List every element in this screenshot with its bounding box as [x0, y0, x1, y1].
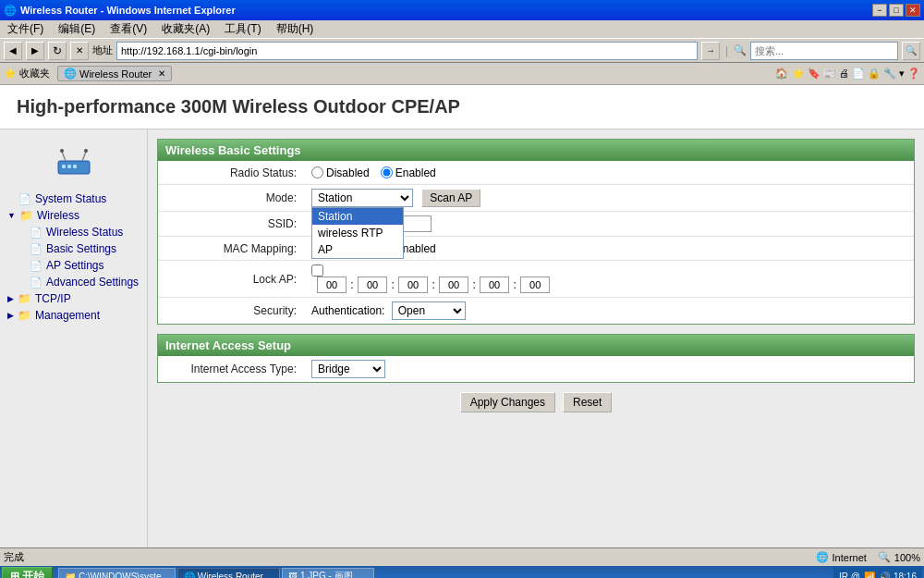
- links-bar: ⭐ 收藏夹 🌐 Wireless Router ✕ 🏠 ⭐ 🔖 📰 🖨 📄 🔒 …: [0, 63, 924, 85]
- internet-icon: 🌐: [816, 551, 829, 563]
- scan-ap-button[interactable]: Scan AP: [421, 189, 480, 207]
- lock-ap-checkbox[interactable]: [311, 264, 323, 277]
- mac-field-1[interactable]: [317, 277, 346, 293]
- ie-tab[interactable]: 🌐 Wireless Router ✕: [57, 66, 172, 81]
- radio-status-label: Radio Status:: [158, 163, 306, 183]
- favorites-link[interactable]: ⭐ 收藏夹: [4, 67, 50, 80]
- menu-view[interactable]: 查看(V): [106, 19, 151, 39]
- apply-changes-button[interactable]: Apply Changes: [460, 392, 555, 412]
- radio-enabled-input[interactable]: [381, 166, 393, 178]
- go-button[interactable]: →: [701, 42, 720, 60]
- taskbar-item-paint[interactable]: 🖼 1.JPG - 画图: [282, 568, 374, 578]
- taskbar-item-ie[interactable]: 🌐 Wireless Router ...: [177, 568, 280, 578]
- radio-enabled-label[interactable]: Enabled: [381, 166, 436, 179]
- ie-tab-close-icon[interactable]: ✕: [158, 68, 165, 79]
- search-input[interactable]: [750, 42, 898, 60]
- radio-disabled-input[interactable]: [311, 166, 323, 178]
- page-icon2: 📄: [30, 227, 43, 239]
- sidebar-item-system-status[interactable]: 📄 System Status: [0, 191, 147, 207]
- back-button[interactable]: ◀: [4, 42, 22, 60]
- address-bar: ◀ ▶ ↻ ✕ 地址 → | 🔍 🔍: [0, 39, 924, 63]
- start-button[interactable]: ⊞ 开始: [2, 567, 53, 578]
- page-title: High-performance 300M Wireless Outdoor C…: [17, 96, 460, 117]
- mac-field-4[interactable]: [439, 277, 468, 293]
- mode-row: Mode: Station wireless RTP AP St: [158, 185, 914, 212]
- radio-disabled-label[interactable]: Disabled: [311, 166, 370, 179]
- folder-icon2: 📁: [18, 292, 31, 305]
- title-bar-text: Wireless Router - Windows Internet Explo…: [20, 5, 236, 16]
- wireless-basic-settings-section: Wireless Basic Settings Radio Status: Di…: [157, 139, 915, 325]
- mac-field-6[interactable]: [520, 277, 550, 293]
- mac-sep-5: :: [513, 278, 516, 291]
- refresh-button[interactable]: ↻: [48, 42, 67, 60]
- main-panel: Wireless Basic Settings Radio Status: Di…: [148, 129, 924, 547]
- title-bar: 🌐 Wireless Router - Windows Internet Exp…: [0, 0, 924, 20]
- security-row: Security: Authentication: Open Shared WP…: [158, 298, 914, 324]
- menu-edit[interactable]: 编辑(E): [55, 19, 99, 39]
- toolbar-right-icons: 🏠 ⭐ 🔖 📰 🖨 📄 🔒 🔧 ▾ ❓: [775, 68, 920, 80]
- ir-label: IR @: [839, 572, 860, 579]
- expand-icon2: ▶: [7, 294, 14, 303]
- search-icon: 🔍: [734, 44, 747, 56]
- search-go-button[interactable]: 🔍: [902, 42, 920, 60]
- forward-button[interactable]: ▶: [26, 42, 44, 60]
- mac-mapping-row: MAC Mapping: Disabled Enabled: [158, 237, 914, 261]
- taskbar-items: 📁 C:\WINDOWS\syste... 🌐 Wireless Router …: [58, 568, 832, 578]
- maximize-button[interactable]: □: [889, 4, 904, 17]
- taskbar-item-windows[interactable]: 📁 C:\WINDOWS\syste...: [58, 568, 176, 578]
- mode-value: Station wireless RTP AP Station wireless…: [306, 185, 914, 211]
- mode-dropdown[interactable]: Station wireless RTP AP: [311, 189, 413, 207]
- sidebar-item-wireless[interactable]: ▼ 📁 Wireless: [0, 207, 147, 224]
- sidebar-item-basic-settings[interactable]: 📄 Basic Settings: [0, 240, 147, 257]
- sidebar-item-tcpip[interactable]: ▶ 📁 TCP/IP: [0, 290, 147, 307]
- auth-dropdown[interactable]: Open Shared WPA-PSK WPA2-PSK: [392, 301, 466, 320]
- mode-label: Mode:: [158, 188, 306, 208]
- menu-help[interactable]: 帮助(H): [273, 19, 318, 39]
- network-icon: 📶: [864, 572, 875, 579]
- svg-line-5: [82, 152, 86, 161]
- mac-field-3[interactable]: [398, 277, 428, 293]
- sidebar-item-ap-settings[interactable]: 📄 AP Settings: [0, 257, 147, 274]
- menu-favorites[interactable]: 收藏夹(A): [158, 19, 213, 39]
- zoom-text: 100%: [894, 552, 920, 563]
- internet-zone-text: Internet: [833, 552, 867, 563]
- mac-field-5[interactable]: [480, 277, 509, 293]
- mode-dropdown-open: Station wireless RTP AP: [311, 207, 404, 259]
- sidebar-item-wireless-status[interactable]: 📄 Wireless Status: [0, 224, 147, 240]
- page-header: High-performance 300M Wireless Outdoor C…: [0, 85, 924, 129]
- radio-status-value: Disabled Enabled: [306, 163, 914, 183]
- mode-dropdown-container: Station wireless RTP AP Station wireless…: [311, 189, 413, 207]
- zoom-icon: 🔍: [878, 551, 891, 563]
- title-bar-icon: 🌐: [4, 5, 17, 17]
- internet-access-type-dropdown[interactable]: Bridge Router: [311, 360, 385, 378]
- page-icon: 📄: [18, 193, 31, 205]
- mac-sep-4: :: [472, 278, 475, 291]
- browser-content: High-performance 300M Wireless Outdoor C…: [0, 85, 924, 547]
- internet-access-type-value: Bridge Router: [306, 356, 914, 382]
- address-label: 地址: [92, 43, 113, 57]
- svg-rect-3: [73, 165, 77, 168]
- stop-button[interactable]: ✕: [70, 42, 89, 60]
- close-button[interactable]: ✕: [906, 4, 920, 17]
- lock-ap-checkbox-label[interactable]: [311, 264, 908, 277]
- address-input[interactable]: [116, 42, 698, 60]
- ie-tab-icon: 🌐: [64, 68, 77, 80]
- reset-button[interactable]: Reset: [563, 392, 612, 412]
- page-icon3: 📄: [30, 243, 43, 255]
- action-buttons-row: Apply Changes Reset: [157, 392, 915, 412]
- mode-option-wireless-rtp-open[interactable]: wireless RTP: [312, 225, 403, 241]
- taskbar-right: IR @ 📶 🔊 18:16: [833, 567, 922, 578]
- sidebar-item-advanced-settings[interactable]: 📄 Advanced Settings: [0, 274, 147, 290]
- sidebar-item-management[interactable]: ▶ 📁 Management: [0, 307, 147, 324]
- ssid-row: SSID:: [158, 212, 914, 237]
- content-layout: 📄 System Status ▼ 📁 Wireless 📄 Wireless …: [0, 129, 924, 547]
- menu-file[interactable]: 文件(F): [4, 19, 47, 39]
- wireless-basic-settings-body: Radio Status: Disabled Enabled: [158, 161, 914, 324]
- minimize-button[interactable]: −: [872, 4, 887, 17]
- mode-option-ap-open[interactable]: AP: [312, 241, 403, 258]
- menu-tools[interactable]: 工具(T): [221, 19, 264, 39]
- mac-sep-2: :: [391, 278, 394, 291]
- mac-sep-1: :: [350, 278, 353, 291]
- mode-option-station-open[interactable]: Station: [312, 208, 403, 225]
- mac-field-2[interactable]: [358, 277, 387, 293]
